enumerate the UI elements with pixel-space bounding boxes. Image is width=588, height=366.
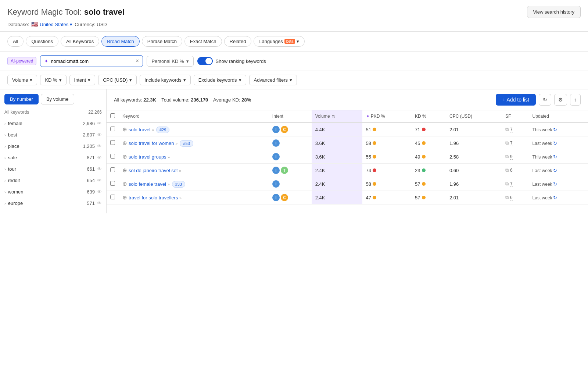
refresh-row-icon[interactable]: ↻ xyxy=(553,127,557,132)
tab-related[interactable]: Related xyxy=(224,36,252,47)
select-all-checkbox[interactable] xyxy=(110,113,115,118)
cpc-value: 1.96 xyxy=(449,141,459,146)
row-checkbox[interactable] xyxy=(110,127,115,131)
view-history-button[interactable]: View search history xyxy=(527,6,581,18)
kd-dot xyxy=(422,155,426,159)
eye-icon[interactable]: 👁 xyxy=(97,189,102,195)
db-label: Database: xyxy=(7,22,29,27)
intent-cell: I xyxy=(272,139,308,147)
sf-copy-icon[interactable]: ⧉ xyxy=(505,181,509,186)
refresh-row-icon[interactable]: ↻ xyxy=(553,141,557,146)
kd-value: 45 xyxy=(415,141,420,146)
sidebar-item-count: 661 xyxy=(87,166,95,172)
keyword-link[interactable]: solo travel for women » xyxy=(129,141,178,146)
eye-icon[interactable]: 👁 xyxy=(97,132,102,138)
by-number-button[interactable]: By number xyxy=(4,94,39,104)
intent-filter-button[interactable]: Intent ▾ xyxy=(69,75,96,85)
keyword-link[interactable]: sol de janeiro travel set » xyxy=(129,168,181,173)
tab-all[interactable]: All xyxy=(7,36,24,47)
by-volume-button[interactable]: By volume xyxy=(41,94,74,104)
sidebar-item-best[interactable]: › best 2,807 👁 xyxy=(0,129,106,141)
add-keyword-icon[interactable]: ⊕ xyxy=(122,140,127,146)
eye-icon[interactable]: 👁 xyxy=(97,155,102,160)
chevron-down-icon: ▾ xyxy=(88,77,90,83)
show-ranking-toggle[interactable] xyxy=(197,57,213,65)
page-title: Keyword Magic Tool: solo travel xyxy=(7,7,125,17)
refresh-row-icon[interactable]: ↻ xyxy=(553,154,557,160)
sort-icon[interactable]: ⇅ xyxy=(332,114,335,118)
all-keywords-value: 22.3K xyxy=(143,97,156,103)
tab-exact-match[interactable]: Exact Match xyxy=(184,36,222,47)
add-keyword-icon[interactable]: ⊕ xyxy=(122,126,127,132)
sidebar-item-reddit[interactable]: › reddit 654 👁 xyxy=(0,175,106,186)
eye-icon[interactable]: 👁 xyxy=(97,121,102,126)
settings-button[interactable]: ⚙ xyxy=(554,94,567,106)
sf-copy-icon[interactable]: ⧉ xyxy=(505,127,509,132)
sidebar-item-safe[interactable]: › safe 871 👁 xyxy=(0,152,106,163)
tab-languages[interactable]: Languages beta ▾ xyxy=(254,36,305,47)
refresh-button[interactable]: ↻ xyxy=(539,94,551,106)
add-keyword-icon[interactable]: ⊕ xyxy=(122,194,127,200)
sf-copy-icon[interactable]: ⧉ xyxy=(505,167,509,173)
domain-search-input[interactable] xyxy=(51,58,133,64)
refresh-row-icon[interactable]: ↻ xyxy=(553,168,557,173)
avg-kd-label: Average KD: xyxy=(213,97,240,103)
exclude-keywords-filter-button[interactable]: Exclude keywords ▾ xyxy=(194,75,246,85)
chevron-right-icon: › xyxy=(4,144,6,149)
content-area: By number By volume All keywords 22,266 … xyxy=(0,89,588,213)
keyword-link[interactable]: travel for solo travellers » xyxy=(129,195,182,200)
row-checkbox[interactable] xyxy=(110,167,115,172)
sf-copy-icon[interactable]: ⧉ xyxy=(505,140,509,146)
eye-icon[interactable]: 👁 xyxy=(97,143,102,149)
eye-icon[interactable]: 👁 xyxy=(97,178,102,183)
keyword-link[interactable]: solo female travel » xyxy=(129,181,170,187)
keyword-link[interactable]: solo travel groups » xyxy=(129,154,170,160)
flag-icon: 🇺🇸 xyxy=(31,21,38,28)
tab-questions[interactable]: Questions xyxy=(26,36,58,47)
updated-value: This week xyxy=(533,154,552,160)
sidebar-item-women[interactable]: › women 639 👁 xyxy=(0,186,106,198)
sidebar-item-female[interactable]: › female 2,986 👁 xyxy=(0,118,106,129)
advanced-filters-button[interactable]: Advanced filters ▾ xyxy=(249,75,297,85)
volume-filter-button[interactable]: Volume ▾ xyxy=(7,75,37,85)
cpc-col-header: CPC (USD) xyxy=(446,110,502,122)
tab-all-keywords[interactable]: All Keywords xyxy=(61,36,99,47)
add-keyword-icon[interactable]: ⊕ xyxy=(122,167,127,173)
cpc-filter-label: CPC (USD) xyxy=(103,77,128,83)
kd-filter-button[interactable]: KD % ▾ xyxy=(40,75,66,85)
row-checkbox[interactable] xyxy=(110,140,115,145)
keyword-link[interactable]: solo travel » xyxy=(129,127,154,132)
all-keywords-label: All keywords: xyxy=(114,97,142,103)
add-keyword-icon[interactable]: ⊕ xyxy=(122,153,127,160)
row-checkbox[interactable] xyxy=(110,181,115,186)
cpc-value: 2.01 xyxy=(449,127,459,132)
row-checkbox[interactable] xyxy=(110,154,115,159)
avg-kd-value: 28% xyxy=(241,97,251,103)
clear-icon[interactable]: × xyxy=(136,58,139,64)
refresh-row-icon[interactable]: ↻ xyxy=(553,181,557,187)
add-keyword-icon[interactable]: ⊕ xyxy=(122,181,127,187)
chevron-down-icon: ▾ xyxy=(186,58,189,64)
eye-icon[interactable]: 👁 xyxy=(97,166,102,172)
sidebar-item-tour[interactable]: › tour 661 👁 xyxy=(0,163,106,175)
sidebar-item-place[interactable]: › place 1,205 👁 xyxy=(0,141,106,152)
refresh-row-icon[interactable]: ↻ xyxy=(553,195,557,200)
add-to-list-button[interactable]: + Add to list xyxy=(496,94,536,106)
export-button[interactable]: ↑ xyxy=(570,94,581,106)
row-checkbox[interactable] xyxy=(110,195,115,199)
db-country-link[interactable]: 🇺🇸 United States ▾ xyxy=(31,21,72,28)
tab-phrase-match[interactable]: Phrase Match xyxy=(142,36,182,47)
include-keywords-filter-button[interactable]: Include keywords ▾ xyxy=(140,75,190,85)
sf-copy-icon[interactable]: ⧉ xyxy=(505,154,509,159)
search-input-wrap[interactable]: ✦ × xyxy=(40,55,143,67)
cpc-value: 2.58 xyxy=(449,154,459,160)
chevron-down-icon: ▾ xyxy=(70,22,72,27)
eye-icon[interactable]: 👁 xyxy=(97,200,102,206)
main-panel: All keywords: 22.3K Total volume: 236,17… xyxy=(107,89,588,213)
sidebar-item-europe[interactable]: › europe 571 👁 xyxy=(0,198,106,209)
tab-broad-match[interactable]: Broad Match xyxy=(101,36,140,47)
personal-kd-dropdown[interactable]: Personal KD % ▾ xyxy=(147,56,193,67)
cpc-filter-button[interactable]: CPC (USD) ▾ xyxy=(98,75,137,85)
sf-copy-icon[interactable]: ⧉ xyxy=(505,195,509,200)
sf-value: 7 xyxy=(510,127,513,132)
